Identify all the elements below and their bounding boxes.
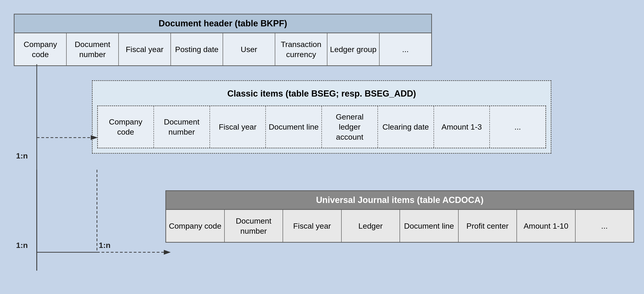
doc-header-table: Document header (table BKPF) Company cod…	[14, 14, 432, 66]
classic-items-cell-2: Fiscal year	[210, 106, 266, 148]
universal-journal-cell-6: Amount 1-10	[517, 210, 576, 242]
diagram-container: Document header (table BKPF) Company cod…	[9, 9, 635, 285]
doc-header-cell-4: User	[223, 33, 275, 65]
classic-items-cell-5: Clearing date	[378, 106, 434, 148]
doc-header-cell-6: Ledger group	[328, 33, 380, 65]
doc-header-cell-1: Document number	[67, 33, 119, 65]
universal-journal-cell-7: ...	[576, 210, 634, 242]
universal-journal-cell-5: Profit center	[458, 210, 517, 242]
classic-items-table: Company codeDocument numberFiscal yearDo…	[97, 106, 546, 148]
relation-label-3: 1:n	[99, 241, 110, 250]
universal-journal-rows: Company codeDocument numberFiscal yearLe…	[166, 210, 634, 242]
classic-items-title: Classic items (table BSEG; resp. BSEG_AD…	[97, 86, 546, 102]
classic-items-cell-7: ...	[490, 106, 546, 148]
relation-label-2: 1:n	[16, 241, 28, 250]
classic-items-rows: Company codeDocument numberFiscal yearDo…	[98, 106, 546, 148]
universal-journal-title: Universal Journal items (table ACDOCA)	[166, 191, 634, 210]
classic-items-cell-3: Document line	[266, 106, 322, 148]
universal-journal-cell-2: Fiscal year	[283, 210, 342, 242]
doc-header-cell-2: Fiscal year	[119, 33, 171, 65]
relation-label-1: 1:n	[16, 151, 28, 160]
universal-journal-table: Universal Journal items (table ACDOCA) C…	[166, 190, 634, 243]
universal-journal-cell-3: Ledger	[342, 210, 400, 242]
universal-journal-cell-0: Company code	[166, 210, 225, 242]
universal-journal-outer: Universal Journal items (table ACDOCA) C…	[166, 190, 634, 243]
universal-journal-cell-4: Document line	[400, 210, 458, 242]
classic-items-cell-0: Company code	[98, 106, 154, 148]
doc-header-rows: Company codeDocument numberFiscal yearPo…	[14, 33, 431, 65]
classic-items-outer: Classic items (table BSEG; resp. BSEG_AD…	[92, 80, 552, 154]
doc-header-cell-0: Company code	[14, 33, 67, 65]
doc-header-cell-7: ...	[380, 33, 431, 65]
classic-items-cell-1: Document number	[154, 106, 210, 148]
universal-journal-cell-1: Document number	[225, 210, 283, 242]
doc-header-cell-5: Transaction currency	[275, 33, 328, 65]
classic-items-cell-6: Amount 1-3	[434, 106, 490, 148]
doc-header-title: Document header (table BKPF)	[14, 14, 431, 33]
doc-header-cell-3: Posting date	[171, 33, 223, 65]
classic-items-cell-4: General ledger account	[322, 106, 378, 148]
